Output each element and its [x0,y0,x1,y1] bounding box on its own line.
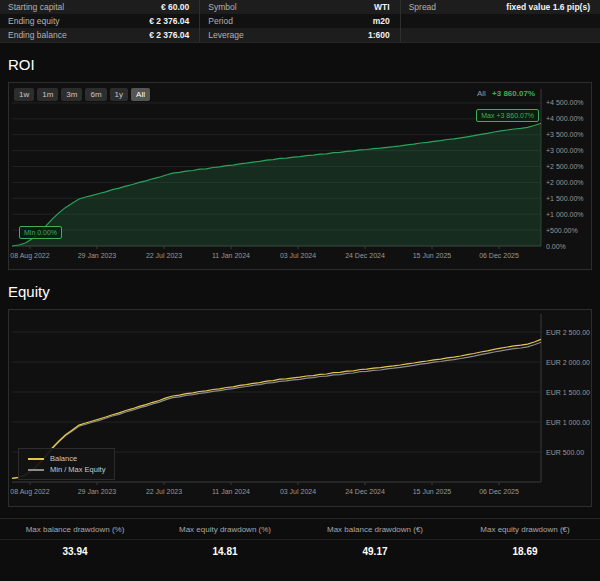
backtest-report-page: Starting capital € 60.00 Ending equity €… [0,0,600,563]
stat-label: Ending balance [8,30,67,40]
stat-value: WTI [374,2,390,12]
svg-text:06 Dec 2025: 06 Dec 2025 [479,252,519,259]
stat-value: € 60.00 [161,2,189,12]
summary-row: Ending balance € 2 376.04 [0,28,199,42]
summary-row: Leverage 1:600 [200,28,399,42]
roi-max-flag: Max +3 860.07% [476,109,539,122]
stat-value: 1:600 [368,30,390,40]
svg-text:08 Aug 2022: 08 Aug 2022 [10,252,49,260]
svg-text:EUR 2 500.00: EUR 2 500.00 [546,329,590,336]
summary-row: Symbol WTI [200,0,399,14]
svg-text:+2 000.00%: +2 000.00% [546,179,584,186]
stat-value: 49.17 [300,540,450,563]
equity-heading: Equity [8,283,600,300]
legend-label: Min / Max Equity [50,464,105,475]
stat-label: Leverage [208,30,243,40]
svg-text:0.00%: 0.00% [546,243,566,250]
equity-legend: Balance Min / Max Equity [18,448,115,480]
svg-text:+2 500.00%: +2 500.00% [546,163,584,170]
stat-value: 18.69 [450,540,600,563]
svg-text:+500.00%: +500.00% [546,227,578,234]
equity-chart-panel: EUR 2 500.00EUR 2 000.00EUR 1 500.00EUR … [8,309,592,507]
stat-label: Spread [409,2,436,12]
svg-text:EUR 500.00: EUR 500.00 [546,449,584,456]
range-selector: 1w 1m 3m 6m 1y All [14,88,150,101]
svg-text:EUR 1 000.00: EUR 1 000.00 [546,419,590,426]
summary-row-empty [401,14,600,28]
roi-current-value: All +3 860.07% [477,89,535,98]
svg-text:22 Jul 2023: 22 Jul 2023 [146,488,182,495]
legend-label: Balance [50,453,77,464]
svg-text:11 Jan 2024: 11 Jan 2024 [212,252,250,259]
stat-value: 14.81 [150,540,300,563]
stat-max-balance-drawdown-eur: Max balance drawdown (€) 49.17 [300,519,450,563]
range-button-3m[interactable]: 3m [61,88,82,101]
svg-text:06 Dec 2025: 06 Dec 2025 [479,488,519,495]
stat-value: 33.94 [0,540,150,563]
legend-item-minmax: Min / Max Equity [28,464,105,475]
stat-label: Symbol [208,2,236,12]
svg-text:29 Jan 2023: 29 Jan 2023 [78,252,117,259]
svg-text:24 Dec 2024: 24 Dec 2024 [345,252,385,259]
range-button-6m[interactable]: 6m [85,88,106,101]
svg-text:29 Jan 2023: 29 Jan 2023 [78,488,117,495]
svg-text:EUR 1 500.00: EUR 1 500.00 [546,389,590,396]
svg-text:22 Jul 2023: 22 Jul 2023 [146,252,182,259]
svg-text:+1 500.00%: +1 500.00% [546,195,584,202]
roi-current-range-label: All [477,89,486,98]
svg-text:+4 000.00%: +4 000.00% [546,115,584,122]
balance-line-swatch [28,458,44,460]
range-button-1w[interactable]: 1w [14,88,34,101]
svg-text:+3 500.00%: +3 500.00% [546,131,584,138]
stat-max-balance-drawdown-pct: Max balance drawdown (%) 33.94 [0,519,150,563]
roi-min-flag: Min 0.00% [19,226,62,239]
stat-label: Max equity drawdown (€) [450,519,600,540]
summary-row: Period m20 [200,14,399,28]
svg-text:03 Jul 2024: 03 Jul 2024 [280,252,316,259]
minmax-line-swatch [28,469,44,471]
svg-text:08 Aug 2022: 08 Aug 2022 [10,488,49,496]
stat-label: Max equity drawdown (%) [150,519,300,540]
svg-text:+4 500.00%: +4 500.00% [546,99,584,106]
svg-text:11 Jan 2024: 11 Jan 2024 [212,488,250,495]
stat-value: fixed value 1.6 pip(s) [506,2,590,12]
summary-col-symbol: Symbol WTI Period m20 Leverage 1:600 [200,0,400,42]
roi-heading: ROI [8,56,600,73]
roi-chart-panel: 1w 1m 3m 6m 1y All All +3 860.07% Max +3… [8,82,592,270]
svg-text:+3 000.00%: +3 000.00% [546,147,584,154]
stat-value: m20 [373,16,390,26]
range-button-1m[interactable]: 1m [37,88,58,101]
svg-text:15 Jun 2025: 15 Jun 2025 [413,252,452,259]
stat-label: Ending equity [8,16,60,26]
drawdown-stats: Max balance drawdown (%) 33.94 Max equit… [0,518,600,563]
stat-label: Starting capital [8,2,64,12]
stat-max-equity-drawdown-pct: Max equity drawdown (%) 14.81 [150,519,300,563]
legend-item-balance: Balance [28,453,105,464]
roi-current-percent: +3 860.07% [492,89,535,98]
svg-text:03 Jul 2024: 03 Jul 2024 [280,488,316,495]
summary-row: Starting capital € 60.00 [0,0,199,14]
range-button-1y[interactable]: 1y [110,88,128,101]
summary-row: Ending equity € 2 376.04 [0,14,199,28]
svg-text:EUR 2 000.00: EUR 2 000.00 [546,359,590,366]
summary-table: Starting capital € 60.00 Ending equity €… [0,0,600,43]
summary-col-spread: Spread fixed value 1.6 pip(s) [401,0,600,42]
summary-col-capital: Starting capital € 60.00 Ending equity €… [0,0,200,42]
stat-max-equity-drawdown-eur: Max equity drawdown (€) 18.69 [450,519,600,563]
svg-text:+1 000.00%: +1 000.00% [546,211,584,218]
svg-text:24 Dec 2024: 24 Dec 2024 [345,488,385,495]
range-button-all[interactable]: All [131,88,150,101]
stat-label: Max balance drawdown (%) [0,519,150,540]
summary-row: Spread fixed value 1.6 pip(s) [401,0,600,14]
stat-label: Period [208,16,233,26]
stat-label: Max balance drawdown (€) [300,519,450,540]
svg-text:15 Jun 2025: 15 Jun 2025 [413,488,452,495]
summary-row-empty [401,28,600,42]
stat-value: € 2 376.04 [149,16,189,26]
stat-value: € 2 376.04 [149,30,189,40]
